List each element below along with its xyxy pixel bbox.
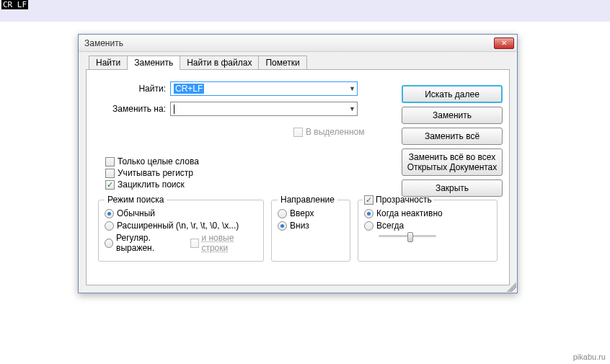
in-selection-checkbox xyxy=(293,128,303,137)
in-selection-label: В выделенном xyxy=(306,127,364,137)
resize-grip[interactable] xyxy=(506,282,516,292)
newlines-checkbox xyxy=(190,239,199,248)
trans-inactive-radio[interactable] xyxy=(364,209,373,218)
chevron-down-icon[interactable]: ▼ xyxy=(349,105,355,112)
transparency-group: Прозрачность Когда неактивно Всегда xyxy=(358,200,498,262)
match-case-checkbox[interactable] xyxy=(105,169,115,178)
search-mode-title: Режим поиска xyxy=(105,195,167,205)
mode-normal-label: Обычный xyxy=(117,208,155,218)
chevron-down-icon[interactable]: ▼ xyxy=(349,85,355,92)
trans-always-radio[interactable] xyxy=(364,221,373,231)
mode-normal-radio[interactable] xyxy=(105,209,114,218)
tab-strip: Найти Заменить Найти в файлах Пометки xyxy=(89,56,510,70)
whole-word-label: Только целые слова xyxy=(118,156,199,167)
tab-find-in-files[interactable]: Найти в файлах xyxy=(180,56,259,69)
mode-regex-radio[interactable] xyxy=(105,239,113,248)
wrap-label: Зациклить поиск xyxy=(118,179,185,190)
titlebar[interactable]: Заменить ✕ xyxy=(79,35,517,52)
replace-label: Заменить на: xyxy=(94,104,170,114)
close-icon[interactable]: ✕ xyxy=(494,37,514,49)
tab-marks[interactable]: Пометки xyxy=(258,56,306,69)
direction-up-label: Вверх xyxy=(290,208,314,218)
find-next-button[interactable]: Искать далее xyxy=(402,85,503,103)
replace-input[interactable]: ▼ xyxy=(170,102,358,116)
trans-always-label: Всегда xyxy=(376,221,404,231)
wrap-checkbox[interactable] xyxy=(105,180,115,190)
direction-down-radio[interactable] xyxy=(278,221,287,231)
replace-all-open-button[interactable]: Заменить всё во всех Открытых Документах xyxy=(402,148,503,176)
tab-replace[interactable]: Заменить xyxy=(127,56,180,69)
transparency-slider[interactable] xyxy=(379,235,436,237)
mode-extended-label: Расширенный (\n, \r, \t, \0, \x...) xyxy=(117,221,239,231)
newlines-label: и новые строки xyxy=(201,233,257,253)
close-button[interactable]: Закрыть xyxy=(402,179,503,197)
find-value: CR+LF xyxy=(174,84,204,94)
find-input[interactable]: CR+LF ▼ xyxy=(170,81,358,96)
direction-title: Направление xyxy=(278,195,337,205)
mode-extended-radio[interactable] xyxy=(105,221,114,231)
replace-all-button[interactable]: Заменить всё xyxy=(402,128,503,145)
direction-group: Направление Вверх Вниз xyxy=(271,200,350,262)
tab-find[interactable]: Найти xyxy=(89,56,128,69)
whole-word-checkbox[interactable] xyxy=(105,157,115,167)
editor-line: CR LF xyxy=(1,0,28,9)
match-case-label: Учитывать регистр xyxy=(118,168,193,178)
transparency-checkbox[interactable] xyxy=(364,195,373,205)
mode-regex-label: Регуляр. выражен. xyxy=(116,233,185,253)
replace-dialog: Заменить ✕ Найти Заменить Найти в файлах… xyxy=(78,34,518,293)
search-mode-group: Режим поиска Обычный Расширенный (\n, \r… xyxy=(98,200,264,262)
direction-down-label: Вниз xyxy=(290,221,309,231)
trans-inactive-label: Когда неактивно xyxy=(376,208,443,218)
watermark: pikabu.ru xyxy=(573,352,606,361)
slider-thumb[interactable] xyxy=(407,232,413,242)
window-title: Заменить xyxy=(84,38,494,48)
replace-button[interactable]: Заменить xyxy=(402,107,503,124)
find-label: Найти: xyxy=(94,84,170,94)
direction-up-radio[interactable] xyxy=(278,209,287,218)
